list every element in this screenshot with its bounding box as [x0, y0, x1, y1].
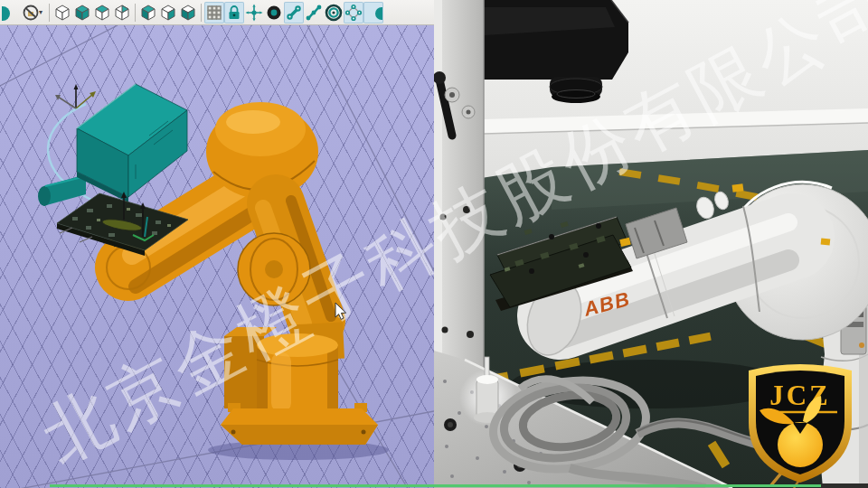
bottom-dark-strip [820, 483, 868, 488]
link-joint-icon[interactable] [284, 2, 304, 23]
cube-top-face-icon[interactable] [92, 2, 112, 23]
model-clipped-icon[interactable] [1, 2, 21, 23]
camera-photo-panel: ABB JCZ [434, 0, 868, 488]
node-diamond-icon[interactable] [344, 2, 363, 23]
laser-marker-model[interactable] [38, 84, 187, 206]
cube-half-shaded-icon[interactable] [178, 2, 198, 23]
prohibit-dropdown-icon[interactable] [21, 2, 41, 23]
green-progress-strip [50, 484, 821, 487]
orientation-gizmo[interactable] [55, 84, 96, 108]
simulation-panel: ▾ [0, 0, 434, 488]
grid-snap-icon[interactable] [204, 2, 224, 23]
lock-icon[interactable] [224, 2, 244, 23]
toolbar-separator [135, 4, 136, 22]
move-target-icon[interactable] [244, 2, 264, 23]
left-toolbar: ▾ [0, 0, 434, 25]
clipped-right-icon[interactable] [363, 2, 383, 23]
mouse-cursor [335, 303, 349, 321]
toolbar-separator [49, 4, 50, 22]
cube-hidden-edge-icon[interactable] [112, 2, 132, 23]
photo-mount-column [434, 0, 484, 389]
target-rings-icon[interactable] [324, 2, 344, 23]
toolbar-separator [201, 4, 202, 22]
donut-icon[interactable] [264, 2, 284, 23]
cube-shaded-icon[interactable] [138, 2, 158, 23]
cube-wireframe-icon[interactable] [52, 2, 72, 23]
screenshot-stage: ▾ [0, 0, 868, 488]
cube-corner-icon[interactable] [158, 2, 178, 23]
jcz-logo-text: JCZ [769, 380, 831, 411]
cube-solid-icon[interactable] [72, 2, 92, 23]
viewport-3d[interactable] [0, 0, 434, 488]
chain-joint-icon[interactable] [304, 2, 324, 23]
